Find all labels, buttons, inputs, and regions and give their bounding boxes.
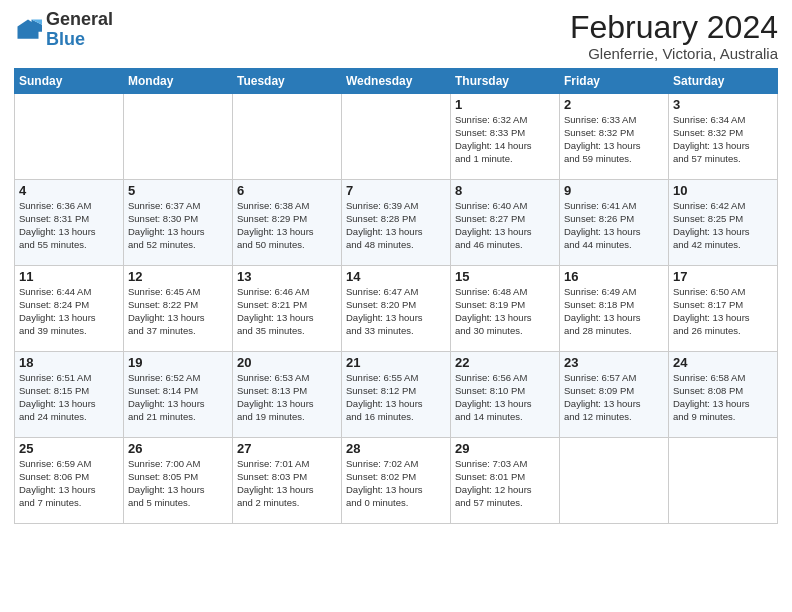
day-info: Sunrise: 6:38 AM Sunset: 8:29 PM Dayligh… bbox=[237, 200, 337, 251]
day-number: 29 bbox=[455, 441, 555, 456]
table-row bbox=[233, 94, 342, 180]
table-row: 26Sunrise: 7:00 AM Sunset: 8:05 PM Dayli… bbox=[124, 438, 233, 524]
table-row: 5Sunrise: 6:37 AM Sunset: 8:30 PM Daylig… bbox=[124, 180, 233, 266]
title-block: February 2024 Glenferrie, Victoria, Aust… bbox=[570, 10, 778, 62]
table-row: 17Sunrise: 6:50 AM Sunset: 8:17 PM Dayli… bbox=[669, 266, 778, 352]
day-info: Sunrise: 6:42 AM Sunset: 8:25 PM Dayligh… bbox=[673, 200, 773, 251]
day-number: 15 bbox=[455, 269, 555, 284]
table-row: 12Sunrise: 6:45 AM Sunset: 8:22 PM Dayli… bbox=[124, 266, 233, 352]
table-row: 2Sunrise: 6:33 AM Sunset: 8:32 PM Daylig… bbox=[560, 94, 669, 180]
day-info: Sunrise: 6:58 AM Sunset: 8:08 PM Dayligh… bbox=[673, 372, 773, 423]
table-row: 3Sunrise: 6:34 AM Sunset: 8:32 PM Daylig… bbox=[669, 94, 778, 180]
day-info: Sunrise: 6:34 AM Sunset: 8:32 PM Dayligh… bbox=[673, 114, 773, 165]
logo: General Blue bbox=[14, 10, 113, 50]
day-number: 8 bbox=[455, 183, 555, 198]
table-row bbox=[560, 438, 669, 524]
day-number: 7 bbox=[346, 183, 446, 198]
day-number: 14 bbox=[346, 269, 446, 284]
day-info: Sunrise: 6:32 AM Sunset: 8:33 PM Dayligh… bbox=[455, 114, 555, 165]
day-info: Sunrise: 6:49 AM Sunset: 8:18 PM Dayligh… bbox=[564, 286, 664, 337]
table-row: 19Sunrise: 6:52 AM Sunset: 8:14 PM Dayli… bbox=[124, 352, 233, 438]
day-number: 26 bbox=[128, 441, 228, 456]
day-number: 1 bbox=[455, 97, 555, 112]
col-friday: Friday bbox=[560, 69, 669, 94]
day-number: 4 bbox=[19, 183, 119, 198]
day-number: 28 bbox=[346, 441, 446, 456]
table-row: 29Sunrise: 7:03 AM Sunset: 8:01 PM Dayli… bbox=[451, 438, 560, 524]
day-number: 16 bbox=[564, 269, 664, 284]
table-row bbox=[124, 94, 233, 180]
location-subtitle: Glenferrie, Victoria, Australia bbox=[570, 45, 778, 62]
day-info: Sunrise: 7:01 AM Sunset: 8:03 PM Dayligh… bbox=[237, 458, 337, 509]
day-number: 3 bbox=[673, 97, 773, 112]
day-info: Sunrise: 7:00 AM Sunset: 8:05 PM Dayligh… bbox=[128, 458, 228, 509]
day-number: 6 bbox=[237, 183, 337, 198]
day-info: Sunrise: 6:33 AM Sunset: 8:32 PM Dayligh… bbox=[564, 114, 664, 165]
day-info: Sunrise: 7:02 AM Sunset: 8:02 PM Dayligh… bbox=[346, 458, 446, 509]
calendar-week-row: 4Sunrise: 6:36 AM Sunset: 8:31 PM Daylig… bbox=[15, 180, 778, 266]
day-info: Sunrise: 6:51 AM Sunset: 8:15 PM Dayligh… bbox=[19, 372, 119, 423]
day-info: Sunrise: 6:56 AM Sunset: 8:10 PM Dayligh… bbox=[455, 372, 555, 423]
table-row: 25Sunrise: 6:59 AM Sunset: 8:06 PM Dayli… bbox=[15, 438, 124, 524]
day-info: Sunrise: 6:50 AM Sunset: 8:17 PM Dayligh… bbox=[673, 286, 773, 337]
calendar-week-row: 11Sunrise: 6:44 AM Sunset: 8:24 PM Dayli… bbox=[15, 266, 778, 352]
logo-general: General bbox=[46, 9, 113, 29]
col-sunday: Sunday bbox=[15, 69, 124, 94]
table-row: 15Sunrise: 6:48 AM Sunset: 8:19 PM Dayli… bbox=[451, 266, 560, 352]
day-number: 25 bbox=[19, 441, 119, 456]
day-info: Sunrise: 6:36 AM Sunset: 8:31 PM Dayligh… bbox=[19, 200, 119, 251]
table-row: 20Sunrise: 6:53 AM Sunset: 8:13 PM Dayli… bbox=[233, 352, 342, 438]
day-number: 5 bbox=[128, 183, 228, 198]
day-number: 20 bbox=[237, 355, 337, 370]
day-number: 13 bbox=[237, 269, 337, 284]
calendar-week-row: 1Sunrise: 6:32 AM Sunset: 8:33 PM Daylig… bbox=[15, 94, 778, 180]
day-info: Sunrise: 6:48 AM Sunset: 8:19 PM Dayligh… bbox=[455, 286, 555, 337]
day-info: Sunrise: 6:59 AM Sunset: 8:06 PM Dayligh… bbox=[19, 458, 119, 509]
col-monday: Monday bbox=[124, 69, 233, 94]
day-info: Sunrise: 7:03 AM Sunset: 8:01 PM Dayligh… bbox=[455, 458, 555, 509]
table-row bbox=[342, 94, 451, 180]
table-row: 4Sunrise: 6:36 AM Sunset: 8:31 PM Daylig… bbox=[15, 180, 124, 266]
table-row: 27Sunrise: 7:01 AM Sunset: 8:03 PM Dayli… bbox=[233, 438, 342, 524]
day-info: Sunrise: 6:37 AM Sunset: 8:30 PM Dayligh… bbox=[128, 200, 228, 251]
table-row: 28Sunrise: 7:02 AM Sunset: 8:02 PM Dayli… bbox=[342, 438, 451, 524]
day-number: 11 bbox=[19, 269, 119, 284]
calendar-header-row: Sunday Monday Tuesday Wednesday Thursday… bbox=[15, 69, 778, 94]
table-row: 23Sunrise: 6:57 AM Sunset: 8:09 PM Dayli… bbox=[560, 352, 669, 438]
day-info: Sunrise: 6:41 AM Sunset: 8:26 PM Dayligh… bbox=[564, 200, 664, 251]
table-row: 13Sunrise: 6:46 AM Sunset: 8:21 PM Dayli… bbox=[233, 266, 342, 352]
page: General Blue February 2024 Glenferrie, V… bbox=[0, 0, 792, 612]
day-number: 12 bbox=[128, 269, 228, 284]
logo-text: General Blue bbox=[46, 10, 113, 50]
day-number: 9 bbox=[564, 183, 664, 198]
day-number: 18 bbox=[19, 355, 119, 370]
logo-blue: Blue bbox=[46, 29, 85, 49]
day-number: 17 bbox=[673, 269, 773, 284]
day-number: 24 bbox=[673, 355, 773, 370]
logo-icon bbox=[14, 16, 42, 44]
table-row: 16Sunrise: 6:49 AM Sunset: 8:18 PM Dayli… bbox=[560, 266, 669, 352]
day-number: 22 bbox=[455, 355, 555, 370]
month-title: February 2024 bbox=[570, 10, 778, 45]
day-info: Sunrise: 6:45 AM Sunset: 8:22 PM Dayligh… bbox=[128, 286, 228, 337]
table-row: 9Sunrise: 6:41 AM Sunset: 8:26 PM Daylig… bbox=[560, 180, 669, 266]
table-row: 24Sunrise: 6:58 AM Sunset: 8:08 PM Dayli… bbox=[669, 352, 778, 438]
table-row: 1Sunrise: 6:32 AM Sunset: 8:33 PM Daylig… bbox=[451, 94, 560, 180]
table-row: 6Sunrise: 6:38 AM Sunset: 8:29 PM Daylig… bbox=[233, 180, 342, 266]
day-info: Sunrise: 6:53 AM Sunset: 8:13 PM Dayligh… bbox=[237, 372, 337, 423]
col-thursday: Thursday bbox=[451, 69, 560, 94]
col-wednesday: Wednesday bbox=[342, 69, 451, 94]
day-info: Sunrise: 6:57 AM Sunset: 8:09 PM Dayligh… bbox=[564, 372, 664, 423]
day-number: 19 bbox=[128, 355, 228, 370]
day-info: Sunrise: 6:52 AM Sunset: 8:14 PM Dayligh… bbox=[128, 372, 228, 423]
table-row: 11Sunrise: 6:44 AM Sunset: 8:24 PM Dayli… bbox=[15, 266, 124, 352]
day-number: 23 bbox=[564, 355, 664, 370]
day-info: Sunrise: 6:46 AM Sunset: 8:21 PM Dayligh… bbox=[237, 286, 337, 337]
day-number: 21 bbox=[346, 355, 446, 370]
col-tuesday: Tuesday bbox=[233, 69, 342, 94]
day-number: 2 bbox=[564, 97, 664, 112]
day-info: Sunrise: 6:39 AM Sunset: 8:28 PM Dayligh… bbox=[346, 200, 446, 251]
calendar-week-row: 25Sunrise: 6:59 AM Sunset: 8:06 PM Dayli… bbox=[15, 438, 778, 524]
col-saturday: Saturday bbox=[669, 69, 778, 94]
day-info: Sunrise: 6:44 AM Sunset: 8:24 PM Dayligh… bbox=[19, 286, 119, 337]
